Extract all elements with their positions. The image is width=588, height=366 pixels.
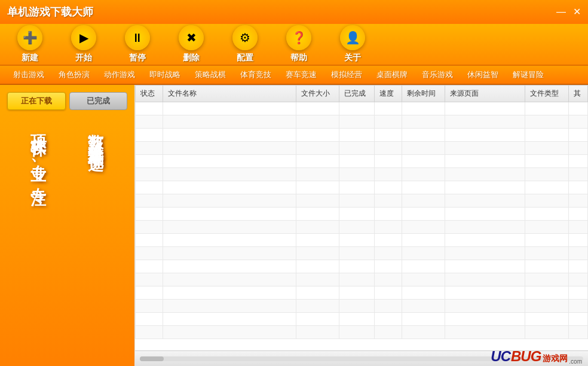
category-bar: 射击游戏角色扮演动作游戏即时战略策略战棋体育竞技赛车竞速模拟经营桌面棋牌音乐游戏… <box>0 66 588 85</box>
sidebar-promo: 顶尖软件—专业、专注 数万款单机游戏任你选 <box>7 116 127 359</box>
category-模拟经营[interactable]: 模拟经营 <box>324 65 369 84</box>
bug-text: BUG <box>511 348 541 365</box>
window-controls: — ✕ <box>556 7 581 17</box>
toolbar-btn-delete[interactable]: ✖ 删除 <box>173 25 209 63</box>
com-text: .com <box>569 358 582 365</box>
sidebar-tabs: 正在下载 已完成 <box>7 92 127 110</box>
help-icon: ❓ <box>286 25 311 50</box>
table-row <box>136 181 588 194</box>
toolbar: ➕ 新建 ▶ 开始 ⏸ 暂停 ✖ 删除 ⚙ 配置 ❓ <box>0 24 588 66</box>
col-filetype: 文件类型 <box>525 86 568 102</box>
col-filename: 文件名称 <box>163 86 296 102</box>
scrollbar-thumb[interactable] <box>140 356 164 361</box>
category-休闲益智[interactable]: 休闲益智 <box>460 65 506 84</box>
category-体育竞技[interactable]: 体育竞技 <box>233 65 278 84</box>
table-row <box>136 221 588 234</box>
table-row <box>136 247 588 260</box>
toolbar-btn-config[interactable]: ⚙ 配置 <box>227 25 263 63</box>
table-row <box>136 129 588 142</box>
tab-downloading[interactable]: 正在下载 <box>7 92 66 110</box>
toolbar-btn-about[interactable]: 👤 关于 <box>335 25 370 63</box>
table-row <box>136 260 588 273</box>
table-scroll[interactable]: 状态 文件名称 文件大小 已完成 速度 剩余时间 来源页面 文件类型 其 <box>135 85 588 350</box>
table-row <box>136 168 588 181</box>
category-解谜冒险[interactable]: 解谜冒险 <box>506 65 551 84</box>
tab-completed[interactable]: 已完成 <box>69 92 128 110</box>
table-row <box>136 234 588 247</box>
col-speed: 速度 <box>375 86 402 102</box>
col-remaining: 剩余时间 <box>402 86 445 102</box>
config-label: 配置 <box>237 53 253 63</box>
start-icon: ▶ <box>71 25 96 50</box>
table-row <box>136 300 588 313</box>
toolbar-btn-help[interactable]: ❓ 帮助 <box>281 25 317 63</box>
delete-label: 删除 <box>183 53 200 63</box>
table-row <box>136 155 588 168</box>
download-area: 状态 文件名称 文件大小 已完成 速度 剩余时间 来源页面 文件类型 其 <box>134 85 588 366</box>
new-label: 新建 <box>22 53 38 63</box>
promo-col1: 顶尖软件—专业、专注 <box>28 122 50 353</box>
pause-icon: ⏸ <box>125 25 150 50</box>
pause-label: 暂停 <box>129 53 146 63</box>
table-row <box>136 313 588 326</box>
table-header-row: 状态 文件名称 文件大小 已完成 速度 剩余时间 来源页面 文件类型 其 <box>136 86 588 102</box>
app-title: 单机游戏下载大师 <box>7 5 93 19</box>
config-icon: ⚙ <box>232 25 258 50</box>
about-label: 关于 <box>344 53 361 63</box>
main-area: 正在下载 已完成 顶尖软件—专业、专注 数万款单机游戏任你选 状态 文件名称 文… <box>0 85 588 366</box>
col-filesize: 文件大小 <box>296 86 339 102</box>
category-即时战略[interactable]: 即时战略 <box>142 65 188 84</box>
category-动作游戏[interactable]: 动作游戏 <box>97 65 142 84</box>
table-row <box>136 326 588 339</box>
col-completed: 已完成 <box>339 86 375 102</box>
category-角色扮演[interactable]: 角色扮演 <box>51 65 97 84</box>
bottom-bar: UC BUG 游戏网 .com <box>135 350 588 366</box>
start-label: 开始 <box>75 53 92 63</box>
sidebar: 正在下载 已完成 顶尖软件—专业、专注 数万款单机游戏任你选 <box>0 85 134 366</box>
ucbug-watermark: UC BUG 游戏网 .com <box>491 348 582 365</box>
about-icon: 👤 <box>340 25 365 50</box>
close-button[interactable]: ✕ <box>573 7 581 17</box>
category-桌面棋牌[interactable]: 桌面棋牌 <box>369 65 415 84</box>
category-音乐游戏[interactable]: 音乐游戏 <box>415 65 460 84</box>
uc-text: UC <box>491 348 510 365</box>
download-table: 状态 文件名称 文件大小 已完成 速度 剩余时间 来源页面 文件类型 其 <box>135 85 588 339</box>
new-icon: ➕ <box>17 25 42 50</box>
table-row <box>136 115 588 129</box>
toolbar-btn-new[interactable]: ➕ 新建 <box>12 25 48 63</box>
title-bar: 单机游戏下载大师 — ✕ <box>0 0 588 24</box>
col-source: 来源页面 <box>445 86 525 102</box>
promo-col2: 数万款单机游戏任你选 <box>85 122 106 353</box>
col-other: 其 <box>568 86 587 102</box>
col-status: 状态 <box>136 86 163 102</box>
delete-icon: ✖ <box>179 25 204 50</box>
table-row <box>136 194 588 208</box>
table-row <box>136 208 588 221</box>
toolbar-btn-pause[interactable]: ⏸ 暂停 <box>120 25 155 63</box>
table-row <box>136 142 588 155</box>
table-row <box>136 273 588 286</box>
category-策略战棋[interactable]: 策略战棋 <box>188 65 233 84</box>
suffix-text: 游戏网 <box>543 353 568 364</box>
help-label: 帮助 <box>290 53 307 63</box>
table-row <box>136 286 588 300</box>
minimize-button[interactable]: — <box>556 7 566 17</box>
toolbar-btn-start[interactable]: ▶ 开始 <box>66 25 102 63</box>
category-射击游戏[interactable]: 射击游戏 <box>6 65 51 84</box>
table-row <box>136 102 588 115</box>
category-赛车竞速[interactable]: 赛车竞速 <box>278 65 324 84</box>
